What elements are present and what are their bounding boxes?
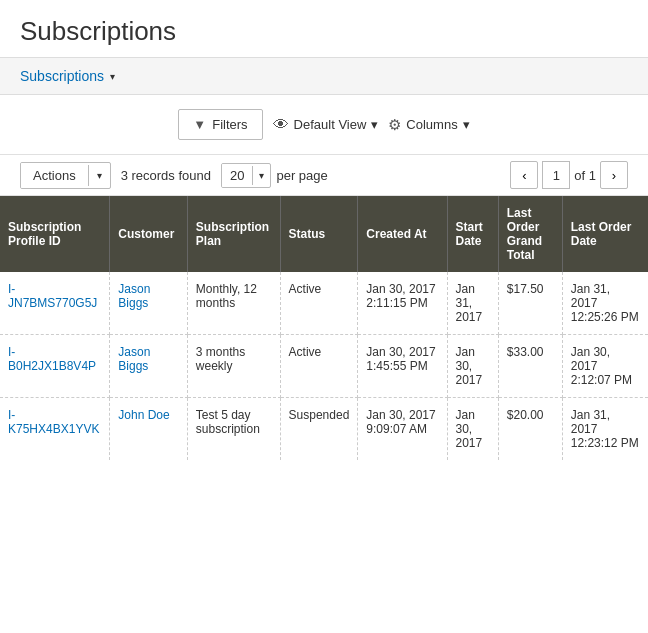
cell-id-link[interactable]: I-JN7BMS770G5J — [8, 282, 97, 310]
breadcrumb-label: Subscriptions — [20, 68, 104, 84]
cell-last-order: Jan 31, 2017 12:23:12 PM — [562, 398, 648, 461]
col-header-plan: Subscription Plan — [187, 196, 280, 272]
cell-id-link[interactable]: I-B0H2JX1B8V4P — [8, 345, 96, 373]
table-row: I-K75HX4BX1YVKJohn DoeTest 5 day subscri… — [0, 398, 648, 461]
cell-grand-total: $33.00 — [498, 335, 562, 398]
cell-id[interactable]: I-K75HX4BX1YVK — [0, 398, 110, 461]
cell-id-link[interactable]: I-K75HX4BX1YVK — [8, 408, 99, 436]
breadcrumb-arrow-icon: ▾ — [110, 71, 115, 82]
pagination: ‹ 1 of 1 › — [510, 161, 628, 189]
per-page-arrow-icon[interactable]: ▾ — [252, 166, 270, 185]
cell-grand-total: $20.00 — [498, 398, 562, 461]
breadcrumb-dropdown[interactable]: Subscriptions ▾ — [20, 68, 115, 84]
cell-plan: 3 months weekly — [187, 335, 280, 398]
actions-bar: Actions ▾ 3 records found 20 ▾ per page … — [0, 154, 648, 196]
table-row: I-B0H2JX1B8V4PJason Biggs3 months weekly… — [0, 335, 648, 398]
cell-id[interactable]: I-B0H2JX1B8V4P — [0, 335, 110, 398]
cell-start: Jan 30, 2017 — [447, 335, 498, 398]
cell-created: Jan 30, 2017 2:11:15 PM — [358, 272, 447, 335]
per-page-wrapper: 20 ▾ per page — [221, 163, 328, 188]
col-header-customer: Customer — [110, 196, 188, 272]
actions-dropdown[interactable]: Actions ▾ — [20, 162, 111, 189]
cell-grand-total: $17.50 — [498, 272, 562, 335]
col-header-created: Created At — [358, 196, 447, 272]
cell-id[interactable]: I-JN7BMS770G5J — [0, 272, 110, 335]
actions-arrow-icon[interactable]: ▾ — [88, 165, 110, 186]
view-arrow-icon: ▾ — [371, 117, 378, 132]
filter-icon: ▼ — [193, 117, 206, 132]
col-header-last-order: Last Order Date — [562, 196, 648, 272]
cell-start: Jan 31, 2017 — [447, 272, 498, 335]
cell-status: Active — [280, 272, 358, 335]
toolbar: ▼ Filters 👁 Default View ▾ ⚙ Columns ▾ — [0, 95, 648, 154]
col-header-grand-total: Last Order Grand Total — [498, 196, 562, 272]
next-page-button[interactable]: › — [600, 161, 628, 189]
cell-customer-link[interactable]: Jason Biggs — [118, 345, 150, 373]
cell-status: Suspended — [280, 398, 358, 461]
per-page-select[interactable]: 20 ▾ — [221, 163, 271, 188]
cell-customer-link[interactable]: John Doe — [118, 408, 169, 422]
subscriptions-table: Subscription Profile ID Customer Subscri… — [0, 196, 648, 460]
actions-label: Actions — [21, 163, 88, 188]
columns-label: Columns — [406, 117, 457, 132]
per-page-value: 20 — [222, 164, 252, 187]
table-header-row: Subscription Profile ID Customer Subscri… — [0, 196, 648, 272]
cell-customer[interactable]: Jason Biggs — [110, 272, 188, 335]
gear-icon: ⚙ — [388, 116, 401, 134]
page-title: Subscriptions — [0, 0, 648, 57]
cell-customer[interactable]: John Doe — [110, 398, 188, 461]
col-header-id: Subscription Profile ID — [0, 196, 110, 272]
view-label: Default View — [294, 117, 367, 132]
breadcrumb-bar: Subscriptions ▾ — [0, 57, 648, 95]
view-selector[interactable]: 👁 Default View ▾ — [273, 116, 379, 134]
filters-button[interactable]: ▼ Filters — [178, 109, 262, 140]
records-count: 3 records found — [121, 168, 211, 183]
cell-plan: Monthly, 12 months — [187, 272, 280, 335]
columns-button[interactable]: ⚙ Columns ▾ — [388, 116, 469, 134]
filters-label: Filters — [212, 117, 247, 132]
page-of-label: of 1 — [574, 168, 596, 183]
current-page: 1 — [542, 161, 570, 189]
cell-last-order: Jan 30, 2017 2:12:07 PM — [562, 335, 648, 398]
col-header-start: Start Date — [447, 196, 498, 272]
eye-icon: 👁 — [273, 116, 289, 134]
cell-start: Jan 30, 2017 — [447, 398, 498, 461]
table-row: I-JN7BMS770G5JJason BiggsMonthly, 12 mon… — [0, 272, 648, 335]
cell-customer-link[interactable]: Jason Biggs — [118, 282, 150, 310]
cell-status: Active — [280, 335, 358, 398]
table-wrapper: Subscription Profile ID Customer Subscri… — [0, 196, 648, 460]
columns-arrow-icon: ▾ — [463, 117, 470, 132]
cell-customer[interactable]: Jason Biggs — [110, 335, 188, 398]
prev-page-button[interactable]: ‹ — [510, 161, 538, 189]
cell-created: Jan 30, 2017 9:09:07 AM — [358, 398, 447, 461]
cell-last-order: Jan 31, 2017 12:25:26 PM — [562, 272, 648, 335]
col-header-status: Status — [280, 196, 358, 272]
per-page-label: per page — [276, 168, 327, 183]
cell-created: Jan 30, 2017 1:45:55 PM — [358, 335, 447, 398]
cell-plan: Test 5 day subscription — [187, 398, 280, 461]
